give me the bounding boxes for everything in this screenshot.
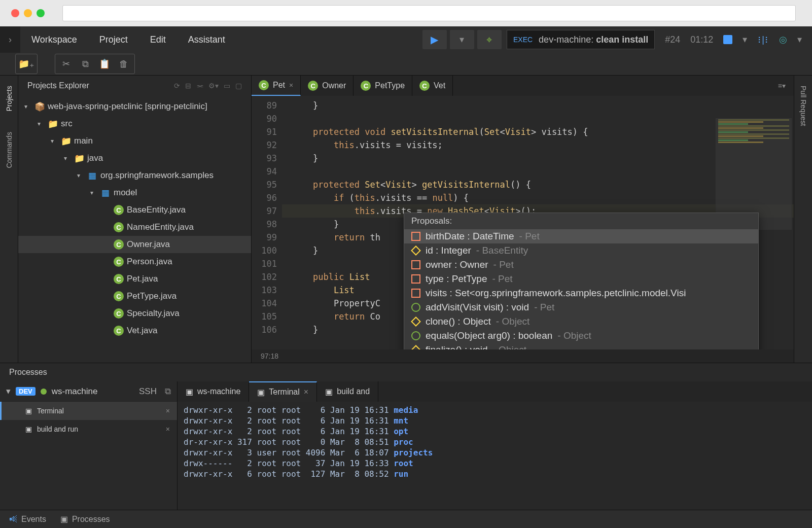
- proposal-item[interactable]: finalize() : void - Object: [404, 343, 758, 349]
- tree-node[interactable]: ▾📁main: [18, 132, 251, 150]
- tree-node[interactable]: ▾📦web-java-spring-petclinic [spring-petc…: [18, 98, 251, 115]
- processes-tab[interactable]: ▣ Processes: [60, 514, 110, 524]
- process-item[interactable]: ▣build and run×: [0, 420, 177, 438]
- proposal-item[interactable]: clone() : Object - Object: [404, 314, 758, 329]
- proposals-header: Proposals:: [404, 213, 758, 229]
- proposal-item[interactable]: visits : Set<org.springframework.samples…: [404, 286, 758, 300]
- cut-button[interactable]: ✂: [56, 55, 76, 73]
- gear-icon[interactable]: ⚙▾: [208, 82, 219, 90]
- proposal-item[interactable]: owner : Owner - Pet: [404, 258, 758, 272]
- right-vertical-tabs: Pull Request: [794, 76, 812, 363]
- menu-edit[interactable]: Edit: [139, 34, 177, 45]
- link-icon[interactable]: ⫘: [196, 82, 203, 90]
- diamond-icon: [411, 316, 421, 327]
- close-icon[interactable]: ×: [166, 407, 170, 415]
- terminal-tab[interactable]: ▣ws-machine: [178, 381, 249, 402]
- tree-node[interactable]: ▾📁src: [18, 115, 251, 132]
- tree-node-label: Vet.java: [127, 326, 158, 336]
- proposal-origin: - Pet: [493, 259, 514, 270]
- target-icon[interactable]: ◎: [779, 34, 787, 45]
- project-icon: 📦: [34, 101, 45, 112]
- copy-button[interactable]: ⧉: [76, 55, 95, 73]
- close-window[interactable]: [11, 9, 19, 17]
- tree-node[interactable]: CSpecialty.java: [18, 305, 251, 322]
- machine-row[interactable]: ▾ DEV ws-machine SSH ⧉: [0, 381, 177, 402]
- proposal-item[interactable]: id : Integer - BaseEntity: [404, 243, 758, 258]
- close-icon[interactable]: ×: [166, 425, 170, 433]
- terminal-small-icon[interactable]: ⧉: [165, 386, 171, 397]
- code-completion-popup: Proposals: birthDate : DateTime - Petid …: [404, 213, 759, 349]
- class-icon: C: [114, 308, 124, 319]
- editor-tab[interactable]: COwner: [301, 76, 354, 96]
- tree-node[interactable]: CNamedEntity.java: [18, 219, 251, 236]
- proposal-item[interactable]: addVisit(Visit visit) : void - Pet: [404, 300, 758, 314]
- close-icon[interactable]: ×: [304, 388, 308, 397]
- tree-node[interactable]: CPerson.java: [18, 253, 251, 270]
- refresh-icon[interactable]: ⟳: [174, 82, 180, 90]
- tree-node[interactable]: CBaseEntity.java: [18, 201, 251, 219]
- exec-command-pill[interactable]: EXEC dev-machine: clean install: [507, 30, 655, 49]
- tree-node[interactable]: ▾▦model: [18, 184, 251, 201]
- menu-project[interactable]: Project: [88, 34, 139, 45]
- proposal-item[interactable]: type : PetType - Pet: [404, 272, 758, 286]
- play-icon: ▶: [431, 33, 438, 46]
- collapse-icon[interactable]: ⊟: [185, 82, 191, 90]
- proposal-text: clone() : Object: [426, 316, 491, 327]
- tree-node[interactable]: ▾📁java: [18, 150, 251, 167]
- proposal-item[interactable]: birthDate : DateTime - Pet: [404, 229, 758, 243]
- terminal-icon: ▣: [186, 387, 193, 397]
- proposal-item[interactable]: equals(Object arg0) : boolean - Object: [404, 329, 758, 343]
- ssh-label[interactable]: SSH: [139, 386, 157, 397]
- editor-tab[interactable]: CPetType: [354, 76, 412, 96]
- tree-node-label: model: [114, 188, 137, 198]
- tree-node[interactable]: CPetType.java: [18, 288, 251, 305]
- tree-node[interactable]: COwner.java: [18, 236, 251, 253]
- tree-node-label: src: [61, 119, 73, 129]
- tree-node[interactable]: ▾▦org.springframework.samples: [18, 167, 251, 184]
- tree-node[interactable]: CPet.java: [18, 270, 251, 288]
- project-tree: ▾📦web-java-spring-petclinic [spring-petc…: [18, 96, 251, 363]
- delete-button[interactable]: 🗑: [114, 55, 133, 73]
- commands-vertical-tab[interactable]: Commands: [5, 132, 13, 168]
- chevron-down-icon[interactable]: ▾: [797, 34, 802, 45]
- close-icon[interactable]: ×: [289, 81, 293, 89]
- terminal-output[interactable]: drwxr-xr-x 2 root root 6 Jan 19 16:31 me…: [178, 402, 812, 510]
- minimize-window[interactable]: [24, 9, 32, 17]
- expand-menu-icon[interactable]: ›: [0, 26, 20, 53]
- terminal-icon: ▣: [257, 388, 265, 397]
- stop-button[interactable]: [723, 35, 732, 44]
- split-icon[interactable]: ⫶|⫶: [757, 34, 769, 45]
- toolbar: 📁₊ ✂ ⧉ 📋 🗑: [0, 53, 812, 76]
- menu-workspace[interactable]: Workspace: [20, 34, 88, 45]
- process-item[interactable]: ▣Terminal×: [0, 402, 177, 420]
- proposal-text: visits : Set<org.springframework.samples…: [426, 288, 686, 299]
- chevron-down-icon[interactable]: ▾: [743, 34, 747, 45]
- terminal-tab[interactable]: ▣build and: [317, 381, 378, 402]
- tree-node-label: BaseEntity.java: [127, 205, 186, 215]
- tree-node[interactable]: CVet.java: [18, 322, 251, 339]
- events-tab[interactable]: 🕬 Events: [9, 515, 46, 524]
- proposal-origin: - BaseEntity: [476, 245, 528, 256]
- new-folder-button[interactable]: 📁₊: [17, 55, 36, 73]
- minimize-panel-icon[interactable]: ▢: [235, 82, 242, 90]
- tree-node-label: PetType.java: [127, 291, 176, 301]
- proposal-origin: - Object: [493, 344, 527, 349]
- split-dropdown[interactable]: ▾: [450, 30, 474, 49]
- process-item-label: build and run: [37, 425, 78, 433]
- editor-tab[interactable]: CPet×: [252, 76, 301, 96]
- editor-tab-options[interactable]: ≡▾: [770, 76, 794, 96]
- view-icon[interactable]: ▭: [224, 82, 230, 90]
- menu-assistant[interactable]: Assistant: [177, 34, 236, 45]
- maximize-window[interactable]: [37, 9, 45, 17]
- proposal-origin: - Object: [557, 330, 591, 341]
- paste-button[interactable]: 📋: [95, 55, 114, 73]
- pull-request-vertical-tab[interactable]: Pull Request: [799, 86, 807, 126]
- tree-arrow-icon: ▾: [90, 189, 97, 196]
- debug-button[interactable]: ⌖: [477, 30, 502, 49]
- run-button[interactable]: ▶: [422, 30, 447, 49]
- url-bar[interactable]: [62, 5, 796, 21]
- editor-tab[interactable]: CVet: [412, 76, 453, 96]
- projects-vertical-tab[interactable]: Projects: [5, 86, 13, 112]
- terminal-tab[interactable]: ▣Terminal×: [249, 381, 317, 402]
- processes-panel: Processes ▾ DEV ws-machine SSH ⧉ ▣Termin…: [0, 363, 812, 510]
